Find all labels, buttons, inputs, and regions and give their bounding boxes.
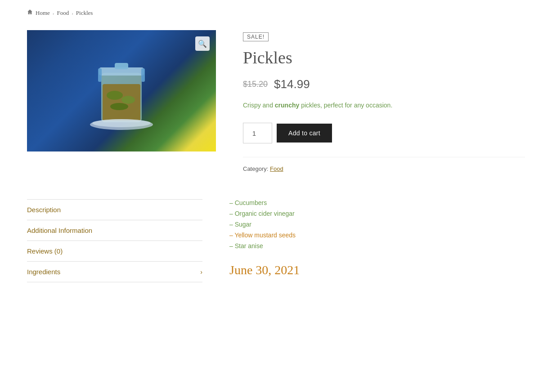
home-icon (27, 9, 33, 17)
svg-rect-6 (98, 68, 102, 82)
breadcrumb-food[interactable]: Food (57, 9, 69, 17)
zoom-icon[interactable]: 🔍 (195, 36, 210, 51)
price-wrap: $15.20 $14.99 (243, 77, 525, 91)
product-section: 🔍 SALE! Pickles $15.20 $14.99 Crispy and… (27, 30, 525, 172)
list-item: – Organic cider vinegar (229, 210, 525, 217)
add-to-cart-button[interactable]: Add to cart (277, 124, 332, 143)
product-details: SALE! Pickles $15.20 $14.99 Crispy and c… (243, 30, 525, 172)
cart-row: Add to cart (243, 123, 525, 143)
list-item: – Sugar (229, 221, 525, 228)
date-text: June 30, 2021 (229, 263, 525, 277)
svg-point-3 (121, 96, 135, 104)
tab-ingredients[interactable]: Ingredients › (27, 262, 202, 282)
svg-point-4 (110, 103, 128, 110)
desc-end: pickles, perfect for any occasion. (299, 102, 392, 109)
ingredients-list: – Cucumbers– Organic cider vinegar– Suga… (229, 199, 525, 249)
svg-rect-1 (103, 84, 140, 121)
page-wrapper: Home › Food › Pickles (0, 0, 552, 291)
category-label: Category: (243, 165, 268, 172)
price-original: $15.20 (243, 80, 268, 89)
list-item: – Yellow mustard seeds (229, 232, 525, 239)
quantity-input[interactable] (243, 123, 272, 143)
svg-point-2 (107, 91, 123, 100)
product-description: Crispy and crunchy pickles, perfect for … (243, 100, 525, 110)
desc-bold: crunchy (275, 102, 299, 109)
svg-rect-7 (141, 68, 145, 82)
tabs-section: Description Additional Information Revie… (27, 199, 525, 282)
list-item: – Star anise (229, 242, 525, 249)
product-meta: Category: Food (243, 157, 525, 172)
breadcrumb-sep-2: › (72, 10, 73, 16)
breadcrumb: Home › Food › Pickles (27, 9, 525, 17)
svg-point-10 (92, 119, 151, 127)
tabs-nav: Description Additional Information Revie… (27, 199, 202, 282)
sale-badge: SALE! (243, 32, 269, 41)
category-link[interactable]: Food (270, 165, 283, 172)
product-image (27, 30, 216, 151)
tab-content: – Cucumbers– Organic cider vinegar– Suga… (229, 199, 525, 282)
list-item: – Cucumbers (229, 199, 525, 206)
breadcrumb-home[interactable]: Home (36, 9, 50, 17)
breadcrumb-sep-1: › (53, 10, 54, 16)
desc-start: Crispy and (243, 102, 275, 109)
product-title: Pickles (243, 48, 525, 67)
chevron-icon: › (200, 268, 202, 276)
jar-illustration (85, 46, 157, 136)
tab-description[interactable]: Description (27, 199, 202, 220)
product-image-wrap: 🔍 (27, 30, 216, 172)
tab-additional-info[interactable]: Additional Information (27, 220, 202, 241)
breadcrumb-current: Pickles (76, 9, 93, 17)
svg-rect-8 (115, 63, 128, 69)
price-current: $14.99 (274, 77, 310, 91)
tab-reviews[interactable]: Reviews (0) (27, 241, 202, 262)
